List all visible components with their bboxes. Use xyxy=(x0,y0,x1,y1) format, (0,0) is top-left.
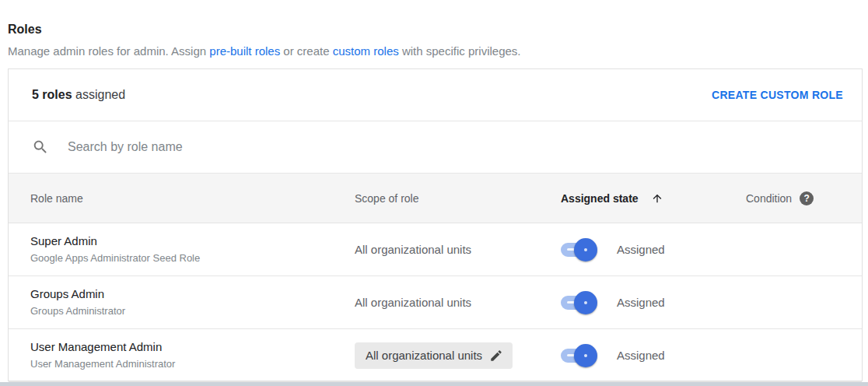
assigned-state-text: Assigned xyxy=(617,296,665,309)
assigned-cell: Assigned xyxy=(561,291,746,314)
assigned-state-label: Assigned state xyxy=(561,192,639,205)
page-title: Roles xyxy=(8,23,42,37)
roles-count-rest: assigned xyxy=(75,88,125,101)
assigned-toggle[interactable] xyxy=(561,344,597,367)
assigned-toggle[interactable] xyxy=(561,291,597,314)
toggle-thumb xyxy=(574,291,597,314)
arrow-up-icon xyxy=(651,192,663,205)
edit-scope-chip[interactable]: All organizational units xyxy=(355,342,513,369)
assigned-toggle[interactable] xyxy=(561,238,597,261)
role-description: Google Apps Administrator Seed Role xyxy=(30,251,355,266)
pencil-icon xyxy=(489,349,503,363)
search-bar xyxy=(9,121,862,174)
toggle-thumb xyxy=(574,238,597,261)
table-row: Super Admin Google Apps Administrator Se… xyxy=(9,223,862,276)
table-row: Groups Admin Groups Administrator All or… xyxy=(9,276,862,329)
assigned-cell: Assigned xyxy=(561,344,746,367)
condition-label: Condition xyxy=(746,192,792,205)
scope-cell: All organizational units xyxy=(355,342,513,369)
pre-built-roles-link[interactable]: pre-built roles xyxy=(209,44,280,58)
role-description: Groups Administrator xyxy=(30,304,355,319)
search-icon xyxy=(32,139,49,156)
roles-panel: 5 roles assigned CREATE CUSTOM ROLE Role… xyxy=(8,68,863,381)
column-header-assigned-state[interactable]: Assigned state xyxy=(561,192,746,205)
role-cell: User Management Admin User Management Ad… xyxy=(30,339,355,372)
scope-cell: All organizational units xyxy=(355,296,561,309)
table-header: Role name Scope of role Assigned state C… xyxy=(9,174,862,223)
column-header-condition: Condition xyxy=(746,191,862,205)
roles-count: 5 roles assigned xyxy=(32,88,125,102)
assigned-state-text: Assigned xyxy=(617,243,665,256)
role-name: User Management Admin xyxy=(30,339,355,355)
column-header-role-name: Role name xyxy=(30,192,355,205)
window-bottom-edge xyxy=(0,382,868,386)
role-cell: Groups Admin Groups Administrator xyxy=(30,286,355,319)
role-name: Groups Admin xyxy=(30,286,355,302)
custom-roles-link[interactable]: custom roles xyxy=(333,44,399,58)
roles-count-number: 5 roles xyxy=(32,88,72,101)
role-name: Super Admin xyxy=(30,233,355,249)
subtitle-text: Manage admin roles for admin. Assign xyxy=(8,44,206,58)
column-header-scope: Scope of role xyxy=(355,192,561,205)
assigned-cell: Assigned xyxy=(561,238,746,261)
search-input[interactable] xyxy=(68,140,843,154)
scope-cell: All organizational units xyxy=(355,243,561,256)
subtitle-text: or create xyxy=(283,44,329,58)
scope-chip-label: All organizational units xyxy=(366,349,482,362)
help-icon[interactable] xyxy=(800,191,814,205)
table-row: User Management Admin User Management Ad… xyxy=(9,329,862,382)
role-cell: Super Admin Google Apps Administrator Se… xyxy=(30,233,355,266)
toggle-thumb xyxy=(574,344,597,367)
panel-header: 5 roles assigned CREATE CUSTOM ROLE xyxy=(9,69,862,121)
role-description: User Management Administrator xyxy=(30,356,355,372)
subtitle-text: with specific privileges. xyxy=(402,44,521,58)
create-custom-role-button[interactable]: CREATE CUSTOM ROLE xyxy=(712,89,843,101)
page-subtitle: Manage admin roles for admin. Assign pre… xyxy=(8,44,521,58)
assigned-state-text: Assigned xyxy=(617,349,665,362)
